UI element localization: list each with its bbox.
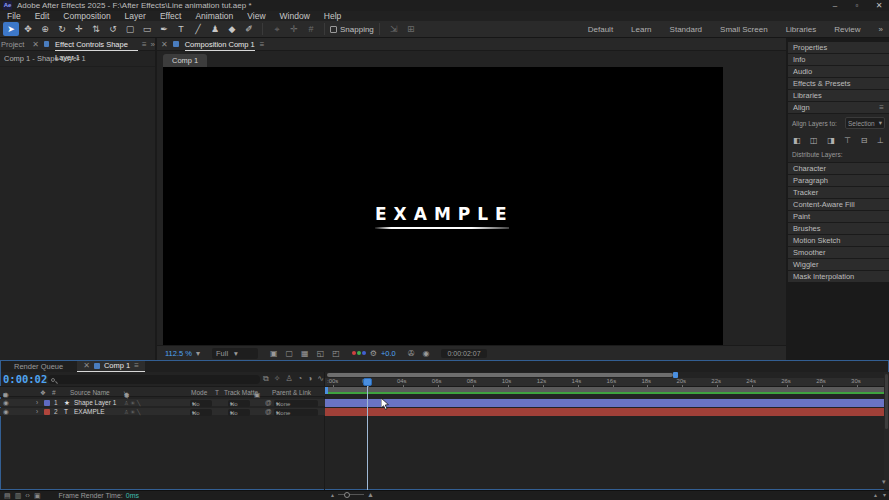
playhead-handle[interactable] bbox=[363, 378, 372, 386]
local-axis-mode-icon[interactable]: ⌖ bbox=[269, 22, 285, 36]
align-top-icon[interactable]: ⊤ bbox=[844, 136, 851, 145]
align-bottom-icon[interactable]: ⊥ bbox=[877, 136, 884, 145]
grid-icon[interactable]: ⊞ bbox=[403, 22, 419, 36]
hand-tool[interactable]: ✥ bbox=[20, 22, 36, 36]
menu-item[interactable]: Animation bbox=[188, 11, 240, 21]
panel-header[interactable]: Brushes bbox=[788, 223, 889, 234]
navigator-bar[interactable] bbox=[327, 373, 673, 377]
menu-item[interactable]: Window bbox=[273, 11, 317, 21]
pan-behind-tool[interactable]: ▢ bbox=[122, 22, 138, 36]
mode-header[interactable]: Mode bbox=[191, 389, 207, 396]
tab-comp-1[interactable]: ✕ Comp 1 ≡ bbox=[77, 360, 145, 372]
time-ruler[interactable]: :00s02s04s06s08s10s12s14s16s18s20s22s24s… bbox=[325, 378, 884, 387]
panel-header[interactable]: Properties bbox=[788, 42, 889, 53]
panel-header[interactable]: Mask Interpolation bbox=[788, 271, 889, 282]
shrink-icon[interactable]: ⇲ bbox=[386, 22, 402, 36]
exposure-value[interactable]: +0.0 bbox=[381, 349, 396, 358]
panel-header[interactable]: Paragraph bbox=[788, 175, 889, 186]
panel-header[interactable]: Info bbox=[788, 54, 889, 65]
align-layers-dropdown[interactable]: Selection ▾ bbox=[845, 117, 885, 129]
search-input[interactable] bbox=[48, 375, 260, 384]
expand-icon[interactable]: › bbox=[36, 408, 38, 416]
snapshot-icon[interactable]: ✇ bbox=[408, 349, 415, 358]
mini-flowchart-icon[interactable]: ⧉ bbox=[263, 374, 269, 384]
show-snapshot-icon[interactable]: ◉ bbox=[422, 349, 429, 358]
expand-icon[interactable]: › bbox=[36, 399, 38, 407]
pen-tool[interactable]: ✒ bbox=[156, 22, 172, 36]
zoom-out-icon[interactable]: ▲ bbox=[330, 492, 335, 498]
track-matte-header[interactable]: Track Matte bbox=[224, 389, 258, 396]
fast-previews-icon[interactable]: ⚙ bbox=[370, 349, 377, 358]
workspace-tab[interactable]: Libraries bbox=[786, 25, 817, 34]
rotation-tool[interactable]: ↺ bbox=[105, 22, 121, 36]
grid-guides-icon[interactable]: ▦ bbox=[301, 349, 309, 358]
blend-mode-dropdown[interactable]: No▾ bbox=[190, 409, 212, 416]
layer-switches[interactable]: ♙ ☀ ╲ bbox=[124, 399, 140, 407]
brush-tool[interactable]: ╱ bbox=[190, 22, 206, 36]
parent-dropdown[interactable]: None▾ bbox=[274, 400, 318, 407]
workspace-tab[interactable]: Standard bbox=[670, 25, 702, 34]
layer-name[interactable]: EXAMPLE bbox=[74, 408, 105, 416]
parent-link-header[interactable]: Parent & Link bbox=[272, 389, 311, 396]
composition-viewport[interactable]: EXAMPLE bbox=[163, 67, 723, 345]
label-column-icon[interactable]: ❖ bbox=[40, 389, 46, 397]
menu-item[interactable]: Help bbox=[317, 11, 348, 21]
align-v-center-icon[interactable]: ⊟ bbox=[861, 136, 868, 145]
magnification-chevron-icon[interactable]: ▾ bbox=[196, 349, 200, 358]
parent-dropdown[interactable]: None▾ bbox=[274, 409, 318, 416]
panel-header-align[interactable]: Align ≡ bbox=[788, 102, 889, 113]
flowchart-icon[interactable]: ▤ bbox=[4, 492, 11, 500]
tab-composition[interactable]: Composition Comp 1 bbox=[185, 38, 255, 51]
panel-header[interactable]: Wiggler bbox=[788, 259, 889, 270]
layer-row-text[interactable]: ◉ › 2 T EXAMPLE ♙ ☀ ╲ No▾ No▾ @ None▾ bbox=[0, 408, 325, 416]
zoom-tool[interactable]: ⊕ bbox=[37, 22, 53, 36]
panel-menu-icon[interactable]: ≡ bbox=[134, 361, 139, 370]
resolution-dropdown[interactable]: Full ▾ bbox=[212, 348, 258, 359]
panel-header[interactable]: Effects & Presets bbox=[788, 78, 889, 89]
panel-header[interactable]: Audio bbox=[788, 66, 889, 77]
draft-3d-icon[interactable]: ✧ bbox=[274, 374, 281, 384]
track-matte-dropdown[interactable]: No▾ bbox=[228, 400, 250, 407]
threed-icon[interactable]: ◍ bbox=[124, 391, 129, 398]
lock-column-icon[interactable]: ⊓ bbox=[3, 391, 8, 399]
workspace-tab[interactable]: Review bbox=[834, 25, 860, 34]
panel-header[interactable]: Motion Sketch bbox=[788, 235, 889, 246]
tab-project[interactable]: Project bbox=[1, 40, 24, 49]
layer-switches[interactable]: ♙ ☀ ╲ bbox=[124, 408, 140, 416]
scroll-down-icon[interactable]: ▾ bbox=[882, 478, 886, 486]
folder-icon[interactable]: ▣ bbox=[34, 492, 41, 500]
graph-editor-icon[interactable]: ∿ bbox=[317, 374, 324, 384]
layer-name[interactable]: Shape Layer 1 bbox=[74, 399, 116, 407]
magnification-value[interactable]: 112.5 % bbox=[165, 349, 192, 358]
hide-shy-icon[interactable]: ♙ bbox=[285, 374, 292, 384]
snapping-toggle[interactable]: Snapping bbox=[330, 25, 374, 34]
zoom-in-icon[interactable]: ▲ bbox=[367, 491, 374, 498]
layer-bar-text[interactable] bbox=[325, 408, 884, 416]
panel-menu-icon[interactable]: ≡ bbox=[142, 40, 147, 49]
pan-camera-tool[interactable]: ✛ bbox=[71, 22, 87, 36]
panel-header[interactable]: Tracker bbox=[788, 187, 889, 198]
close-button[interactable]: ✕ bbox=[869, 0, 889, 11]
panel-header[interactable]: Character bbox=[788, 163, 889, 174]
panel-header[interactable]: Paint bbox=[788, 211, 889, 222]
maximize-button[interactable]: ▫ bbox=[847, 0, 867, 11]
more-tabs-icon[interactable]: » bbox=[151, 40, 155, 49]
track-matte-dropdown[interactable]: No▾ bbox=[228, 409, 250, 416]
scroll-down-icon[interactable]: ▾ bbox=[883, 491, 886, 498]
menu-item[interactable]: Layer bbox=[118, 11, 153, 21]
layer-row-shape[interactable]: ◉ › 1 ★ Shape Layer 1 ♙ ☀ ╲ No▾ No▾ @ No… bbox=[0, 399, 325, 407]
workspace-more-icon[interactable]: » bbox=[879, 25, 883, 34]
mask-visibility-icon[interactable]: ◱ bbox=[317, 349, 325, 358]
preview-timecode[interactable]: 0:00:02:07 bbox=[441, 349, 486, 358]
menu-item[interactable]: Composition bbox=[56, 11, 117, 21]
minimize-button[interactable]: – bbox=[825, 0, 845, 11]
orbit-camera-tool[interactable]: ↻ bbox=[54, 22, 70, 36]
workspace-tab[interactable]: Learn bbox=[631, 25, 651, 34]
motion-blur-enable-icon[interactable]: ◑ bbox=[307, 374, 312, 384]
work-area-start-handle[interactable] bbox=[325, 387, 328, 394]
source-name-header[interactable]: Source Name bbox=[70, 389, 110, 396]
frame-blend-enable-icon[interactable]: ◔ bbox=[298, 374, 303, 384]
panel-header[interactable]: Content-Aware Fill bbox=[788, 199, 889, 210]
comp-selector-tab[interactable]: Comp 1 bbox=[163, 54, 207, 67]
dolly-camera-tool[interactable]: ⇅ bbox=[88, 22, 104, 36]
